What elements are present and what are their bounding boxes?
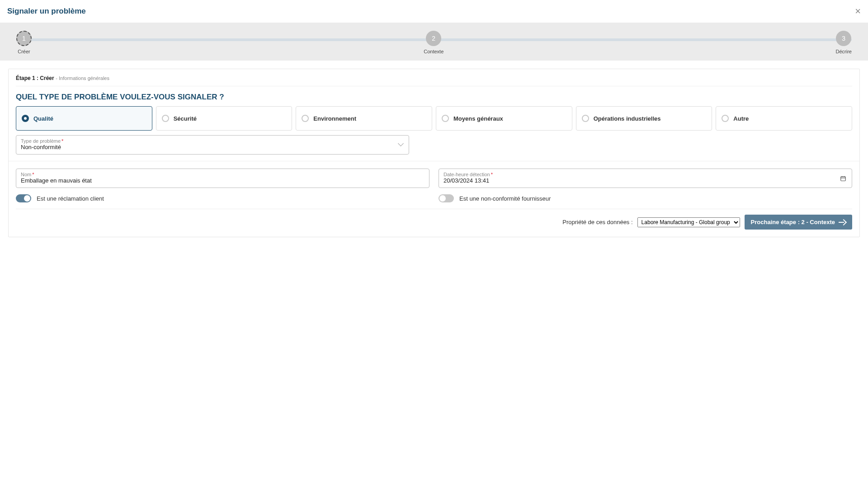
name-input[interactable] [21,177,425,184]
type-card-qualite[interactable]: Qualité [16,106,152,131]
field-label: Date-heure détection [443,172,490,177]
required-marker: * [32,172,34,177]
divider [9,161,859,161]
radio-icon [582,115,589,122]
data-owner-select[interactable]: Labore Manufacturing - Global group [637,217,740,227]
detection-datetime-field[interactable]: Date-heure détection * [439,169,852,188]
button-label: Prochaine étape : 2 - Contexte [751,219,835,225]
problem-type-row: Qualité Sécurité Environnement Moyens gé… [16,106,852,131]
card-footer: Propriété de ces données : Labore Manufa… [16,209,852,230]
modal-header: Signaler un problème × [0,0,868,23]
step-1[interactable]: 1 Créer [16,31,32,54]
next-step-button[interactable]: Prochaine étape : 2 - Contexte [745,215,852,230]
card-header: Étape 1 : Créer - Informations générales [16,75,852,86]
field-value: Non-conformité [21,144,404,150]
problem-subtype-select[interactable]: Type de problème * Non-conformité [16,135,409,155]
modal-title: Signaler un problème [7,7,86,16]
type-card-moyens[interactable]: Moyens généraux [436,106,572,131]
radio-icon [442,115,449,122]
step-circle: 3 [836,31,851,46]
step-2[interactable]: 2 Contexte [424,31,443,54]
radio-icon [722,115,729,122]
type-label: Opérations industrielles [594,115,661,122]
step-circle: 2 [426,31,441,46]
toggle-supplier-nc: Est une non-conformité fournisseur [439,194,852,202]
step-label: Créer [18,49,30,54]
form-card: Étape 1 : Créer - Informations générales… [8,69,860,237]
question-heading: Quel type de problème voulez-vous signal… [16,86,852,106]
calendar-icon [840,175,846,182]
type-label: Autre [733,115,749,122]
field-label: Type de problème [21,138,61,144]
stepper: 1 Créer 2 Contexte 3 Décrire [0,23,868,61]
step-3[interactable]: 3 Décrire [836,31,852,54]
radio-icon [162,115,169,122]
radio-icon [302,115,309,122]
step-label: Contexte [424,49,443,54]
type-card-environnement[interactable]: Environnement [296,106,432,131]
toggle-label: Est une réclamation client [37,195,104,202]
field-label: Nom [21,172,31,177]
type-label: Sécurité [174,115,197,122]
toggle-client-claim: Est une réclamation client [16,194,429,202]
close-icon[interactable]: × [855,5,861,17]
name-field[interactable]: Nom * [16,169,429,188]
datetime-input[interactable] [443,177,847,184]
type-card-autre[interactable]: Autre [716,106,852,131]
type-card-securite[interactable]: Sécurité [156,106,292,131]
svg-rect-0 [841,176,846,180]
type-card-operations[interactable]: Opérations industrielles [576,106,712,131]
type-label: Qualité [33,115,53,122]
radio-icon [22,115,29,122]
chevron-down-icon [399,143,403,147]
type-label: Moyens généraux [453,115,503,122]
toggle-switch[interactable] [16,194,31,202]
step-title: Étape 1 : Créer [16,75,54,81]
step-circle: 1 [16,31,32,46]
toggle-switch[interactable] [439,194,454,202]
required-marker: * [61,138,63,144]
toggle-label: Est une non-conformité fournisseur [459,195,551,202]
step-subtitle: - Informations générales [56,75,109,81]
data-owner-label: Propriété de ces données : [562,219,632,225]
required-marker: * [491,172,493,177]
step-label: Décrire [836,49,852,54]
type-label: Environnement [313,115,356,122]
arrow-right-icon [839,220,846,225]
